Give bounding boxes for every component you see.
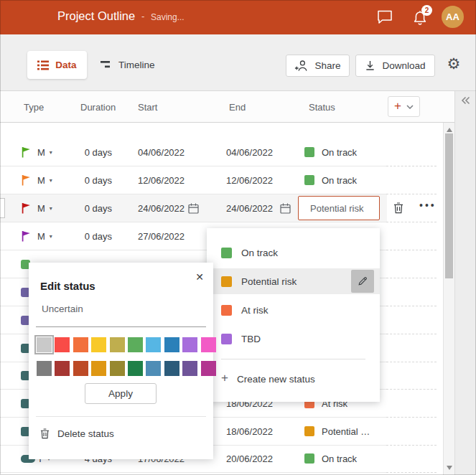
table-row[interactable]: M▾ 0 days 12/06/2022 12/06/2022 On track <box>0 166 387 194</box>
vertical-scrollbar[interactable] <box>443 123 454 475</box>
duration-cell[interactable]: 0 days <box>70 166 112 194</box>
status-cell[interactable]: On track <box>304 166 357 194</box>
color-swatch[interactable] <box>128 337 143 352</box>
end-date-cell[interactable]: 20/06/2022 <box>226 445 273 472</box>
color-swatch[interactable] <box>164 361 179 376</box>
color-swatch[interactable] <box>146 361 161 376</box>
tab-data-label: Data <box>55 60 76 70</box>
edit-status-pencil-icon[interactable] <box>351 270 374 293</box>
color-palette <box>37 337 216 376</box>
status-color-swatch <box>221 334 232 344</box>
type-cell[interactable]: M▾ <box>37 138 52 166</box>
duration-cell[interactable]: 0 days <box>70 194 112 222</box>
chat-icon[interactable] <box>377 10 393 26</box>
color-swatch[interactable] <box>91 361 106 376</box>
duration-cell[interactable]: 0 days <box>70 222 112 250</box>
type-cell[interactable]: M▾ <box>37 166 52 194</box>
color-swatch[interactable] <box>110 337 125 352</box>
app-window: Project Outline - Saving... 2 AA Data <box>0 0 476 475</box>
color-swatch[interactable] <box>128 361 143 376</box>
color-swatch[interactable] <box>73 361 88 376</box>
color-swatch[interactable] <box>182 337 197 352</box>
start-date-cell[interactable]: 04/06/2022 <box>138 138 185 166</box>
download-icon <box>365 60 375 71</box>
color-swatch[interactable] <box>37 337 52 352</box>
start-date-cell[interactable]: 27/06/2022 <box>138 222 185 250</box>
status-cell[interactable]: On track <box>304 138 357 166</box>
table-row[interactable]: M▾ 0 days 04/06/2022 04/06/2022 On track <box>0 138 387 166</box>
status-cell[interactable]: Potential … <box>304 418 370 445</box>
start-date-cell[interactable]: 24/06/2022 <box>138 194 185 222</box>
add-column-button[interactable]: + <box>388 96 420 117</box>
row-drag-handle[interactable] <box>0 198 5 218</box>
menu-item-on-track[interactable]: On track <box>207 240 380 265</box>
color-swatch[interactable] <box>201 361 216 376</box>
table-header: Type Duration Start End Status + <box>0 91 454 123</box>
end-date-cell[interactable]: 12/06/2022 <box>226 166 273 194</box>
scrollbar-thumb[interactable] <box>445 133 453 278</box>
delete-status-button[interactable]: Delete status <box>40 426 114 441</box>
status-color-swatch <box>221 305 232 316</box>
end-calendar-icon[interactable] <box>280 194 291 222</box>
color-swatch[interactable] <box>146 337 161 352</box>
settings-gear-icon[interactable]: ⚙ <box>445 55 462 72</box>
scroll-down-arrow[interactable] <box>447 466 452 470</box>
page-title: Project Outline <box>57 9 135 23</box>
caret-down-icon: ▾ <box>50 149 52 156</box>
status-color-swatch <box>304 426 314 436</box>
type-cell[interactable]: M▾ <box>37 222 52 250</box>
create-new-status-button[interactable]: + Create new status <box>207 366 380 392</box>
color-swatch[interactable] <box>110 361 125 376</box>
end-date-cell[interactable]: 18/06/2022 <box>226 418 273 445</box>
menu-item-at-risk[interactable]: At risk <box>207 297 380 323</box>
column-header-status: Status <box>309 102 335 113</box>
caret-down-icon: ▾ <box>50 205 52 212</box>
collapse-panel-icon[interactable] <box>461 96 470 105</box>
type-cell[interactable]: M▾ <box>37 194 52 222</box>
close-icon[interactable]: ✕ <box>195 271 204 283</box>
status-cell[interactable]: On track <box>304 445 357 472</box>
end-date-cell[interactable]: 04/06/2022 <box>226 138 273 166</box>
column-header-start: Start <box>138 102 157 113</box>
milestone-flag-icon <box>21 166 31 194</box>
avatar[interactable]: AA <box>442 6 464 28</box>
apply-button[interactable]: Apply <box>85 383 157 404</box>
tab-timeline[interactable]: Timeline <box>101 51 155 79</box>
download-button[interactable]: Download <box>355 55 435 77</box>
status-cell-active[interactable]: Potential risk <box>298 196 380 220</box>
milestone-flag-icon <box>21 138 31 166</box>
menu-item-tbd[interactable]: TBD <box>207 326 380 352</box>
row-more-options-icon[interactable]: ••• <box>419 199 437 211</box>
chevron-down-icon <box>406 105 414 109</box>
share-button[interactable]: Share <box>286 55 350 77</box>
saving-status: Saving... <box>151 12 185 22</box>
color-swatch[interactable] <box>73 337 88 352</box>
start-date-cell[interactable]: 12/06/2022 <box>138 166 185 194</box>
status-name-input[interactable] <box>40 303 204 315</box>
start-calendar-icon[interactable] <box>188 194 199 222</box>
scroll-up-arrow[interactable] <box>447 128 452 132</box>
menu-item-potential-risk[interactable]: Potential risk <box>207 268 380 294</box>
duration-cell[interactable]: 0 days <box>70 138 112 166</box>
status-color-swatch <box>304 453 314 464</box>
dialog-title: Edit status <box>40 280 95 292</box>
color-swatch[interactable] <box>164 337 179 352</box>
table-row-selected[interactable]: M▾ 0 days 24/06/2022 24/06/2022 Potentia… <box>0 194 387 222</box>
color-swatch[interactable] <box>182 361 197 376</box>
delete-row-trash-icon[interactable] <box>393 202 403 214</box>
color-swatch[interactable] <box>91 337 106 352</box>
tab-data[interactable]: Data <box>27 51 87 79</box>
top-bar: Project Outline - Saving... 2 AA <box>0 0 476 34</box>
download-button-label: Download <box>382 60 425 71</box>
tab-timeline-label: Timeline <box>118 60 155 70</box>
end-date-cell[interactable]: 24/06/2022 <box>226 194 273 222</box>
color-swatch[interactable] <box>201 337 216 352</box>
menu-divider <box>221 359 365 359</box>
color-swatch[interactable] <box>37 361 52 376</box>
notification-count-badge: 2 <box>421 5 432 16</box>
share-button-label: Share <box>314 60 340 71</box>
color-swatch[interactable] <box>55 337 70 352</box>
trash-icon <box>40 428 50 439</box>
color-swatch[interactable] <box>55 361 70 376</box>
column-header-type: Type <box>24 102 44 113</box>
